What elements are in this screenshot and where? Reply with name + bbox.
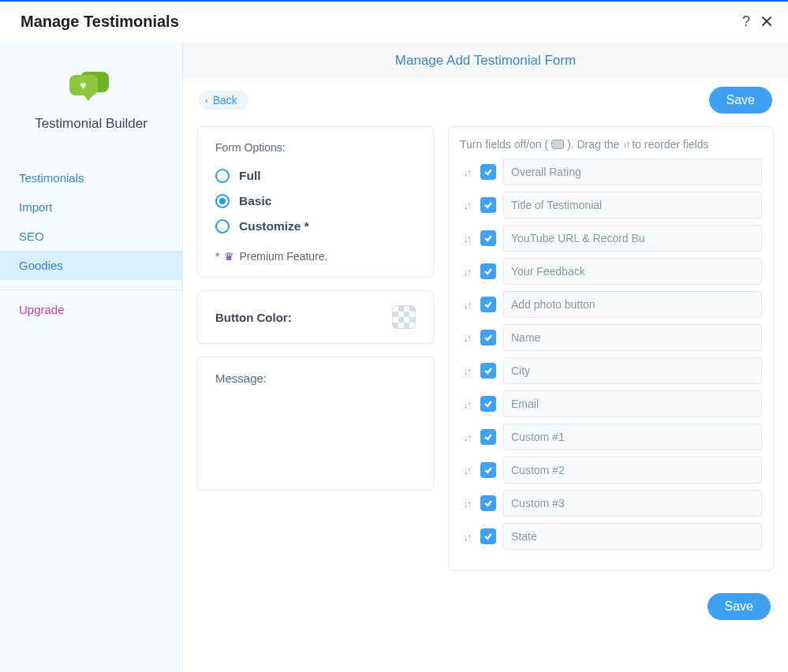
toggle-icon (551, 140, 564, 149)
drag-handle-icon[interactable]: ↓↑ (460, 233, 474, 245)
radio-icon (215, 169, 230, 183)
field-toggle-checkbox[interactable] (480, 330, 496, 345)
radio-full[interactable]: Full (215, 163, 416, 189)
field-row: ↓↑Title of Testimonial (460, 192, 762, 218)
save-button-top[interactable]: Save (709, 87, 772, 114)
field-label[interactable]: Your Feedback (502, 258, 762, 285)
message-label: Message: (215, 371, 267, 385)
field-label[interactable]: State (502, 523, 762, 550)
back-button[interactable]: ‹ Back (199, 91, 248, 110)
field-row: ↓↑Email (460, 390, 762, 417)
color-picker-swatch[interactable] (392, 305, 416, 329)
drag-handle-icon[interactable]: ↓↑ (460, 299, 474, 311)
drag-handle-icon[interactable]: ↓↑ (460, 531, 474, 543)
field-row: ↓↑Add photo button (460, 291, 762, 318)
field-row: ↓↑Name (460, 324, 762, 351)
field-row: ↓↑YouTube URL & Record Bu (460, 225, 762, 252)
section-title: Manage Add Testimonial Form (183, 42, 788, 77)
drag-handle-icon[interactable]: ↓↑ (460, 431, 474, 443)
field-toggle-checkbox[interactable] (480, 429, 496, 445)
back-label: Back (213, 94, 237, 106)
page-title: Manage Testimonials (21, 13, 179, 31)
field-toggle-checkbox[interactable] (480, 495, 496, 511)
asterisk: * (215, 250, 219, 263)
sort-icon: ↓↑ (622, 139, 629, 150)
crown-icon: ♛ (224, 250, 234, 263)
form-options-card: Form Options: Full Basic Customize * (197, 126, 434, 278)
sidebar-nav: Testimonials Import SEO Goodies (0, 163, 182, 280)
field-toggle-checkbox[interactable] (480, 396, 496, 412)
field-row: ↓↑Overall Rating (460, 159, 762, 185)
message-card: Message: (197, 357, 434, 491)
speech-bubbles-icon: ♥ (69, 70, 114, 105)
field-label[interactable]: YouTube URL & Record Bu (502, 225, 762, 252)
sidebar-upgrade[interactable]: Upgrade (0, 295, 182, 324)
help-icon[interactable]: ? (742, 13, 750, 30)
save-button-bottom[interactable]: Save (708, 593, 771, 620)
button-color-card: Button Color: (197, 290, 434, 344)
field-label[interactable]: Email (502, 390, 762, 417)
field-label[interactable]: Custom #3 (502, 490, 762, 517)
fields-panel: Turn fields off/on ( ). Drag the ↓↑ to r… (448, 126, 774, 571)
drag-handle-icon[interactable]: ↓↑ (460, 332, 474, 344)
field-toggle-checkbox[interactable] (480, 164, 496, 180)
drag-handle-icon[interactable]: ↓↑ (460, 266, 474, 278)
field-label[interactable]: Custom #2 (502, 457, 762, 483)
field-row: ↓↑Custom #1 (460, 424, 762, 450)
sidebar-item-import[interactable]: Import (0, 192, 182, 222)
drag-handle-icon[interactable]: ↓↑ (460, 166, 474, 178)
radio-icon (215, 194, 230, 208)
drag-handle-icon[interactable]: ↓↑ (460, 465, 474, 476)
close-icon[interactable] (760, 15, 774, 29)
field-row: ↓↑Custom #2 (460, 457, 762, 483)
field-row: ↓↑State (460, 523, 762, 550)
chevron-left-icon: ‹ (205, 95, 208, 105)
form-options-title: Form Options: (215, 141, 416, 154)
field-label[interactable]: Name (502, 324, 762, 351)
sidebar-item-goodies[interactable]: Goodies (0, 251, 182, 280)
fields-instructions: Turn fields off/on ( ). Drag the ↓↑ to r… (460, 138, 762, 151)
field-toggle-checkbox[interactable] (480, 297, 496, 312)
drag-handle-icon[interactable]: ↓↑ (460, 398, 474, 410)
field-label[interactable]: Overall Rating (502, 159, 762, 185)
drag-handle-icon[interactable]: ↓↑ (460, 200, 474, 211)
field-toggle-checkbox[interactable] (480, 197, 496, 213)
field-toggle-checkbox[interactable] (480, 230, 496, 246)
field-toggle-checkbox[interactable] (480, 263, 496, 279)
main-panel: Manage Add Testimonial Form ‹ Back Save … (183, 42, 788, 672)
radio-label: Basic (239, 194, 271, 208)
drag-handle-icon[interactable]: ↓↑ (460, 498, 474, 510)
button-color-label: Button Color: (215, 311, 292, 324)
premium-label: Premium Feature. (239, 250, 327, 263)
field-row: ↓↑Your Feedback (460, 258, 762, 285)
sidebar-item-seo[interactable]: SEO (0, 222, 182, 251)
sidebar-item-testimonials[interactable]: Testimonials (0, 163, 182, 192)
field-label[interactable]: Title of Testimonial (502, 192, 762, 218)
radio-icon (215, 219, 230, 233)
field-row: ↓↑City (460, 357, 762, 384)
field-label[interactable]: City (502, 357, 762, 384)
field-row: ↓↑Custom #3 (460, 490, 762, 517)
drag-handle-icon[interactable]: ↓↑ (460, 365, 474, 377)
field-toggle-checkbox[interactable] (480, 462, 496, 478)
radio-basic[interactable]: Basic (215, 189, 416, 214)
field-label[interactable]: Custom #1 (502, 424, 762, 450)
sidebar-title: Testimonial Builder (35, 116, 148, 132)
radio-customize[interactable]: Customize * (215, 214, 416, 239)
field-label[interactable]: Add photo button (502, 291, 762, 318)
radio-label: Full (239, 169, 261, 183)
field-toggle-checkbox[interactable] (480, 363, 496, 379)
radio-label: Customize * (239, 219, 309, 233)
modal-header: Manage Testimonials ? (0, 2, 788, 42)
sidebar: ♥ Testimonial Builder Testimonials Impor… (0, 42, 183, 672)
field-toggle-checkbox[interactable] (480, 528, 496, 544)
sidebar-divider (0, 289, 182, 290)
